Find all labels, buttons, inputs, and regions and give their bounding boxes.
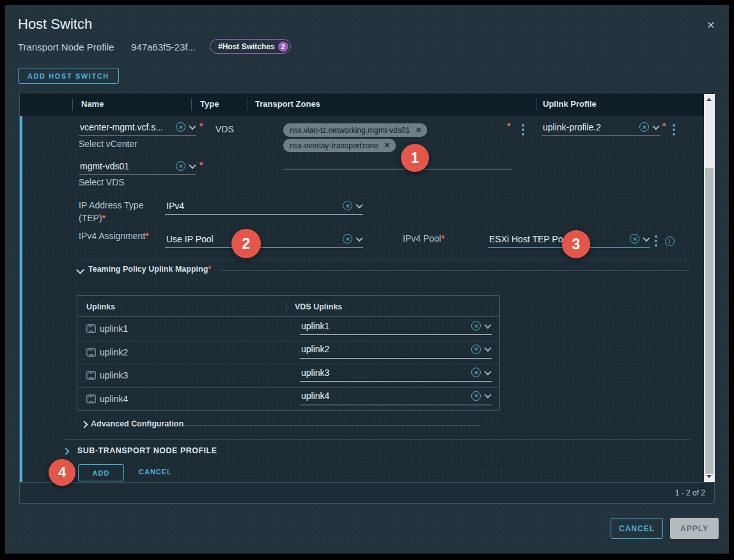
cancel-button[interactable]: CANCEL (611, 518, 663, 539)
add-button[interactable]: ADD (78, 464, 124, 481)
uplink-mapping-row: uplink4 uplink4 (77, 387, 499, 410)
required-asterisk: * (507, 121, 510, 131)
remove-tag-icon[interactable] (416, 126, 421, 134)
required-asterisk: * (662, 121, 666, 131)
port-icon (86, 324, 96, 336)
vds-uplink-select[interactable]: uplink2 (300, 343, 492, 359)
chevron-down-icon[interactable] (484, 321, 491, 328)
uplink-mapping-row: uplink3 uplink3 (77, 364, 499, 387)
kebab-menu-icon[interactable] (655, 235, 657, 247)
port-icon (86, 394, 96, 406)
vds-uplink-select[interactable]: uplink4 (300, 390, 492, 405)
column-header-name: Name (81, 99, 104, 109)
pagination-bar: 1 - 2 of 2 (20, 482, 714, 503)
vcenter-select-value: vcenter-mgmt.vcf.s... (80, 122, 171, 132)
vds-uplink-value: uplink1 (301, 321, 467, 331)
title-rule (221, 270, 689, 271)
kebab-menu-icon[interactable] (673, 124, 675, 136)
tag-label: nsx-overlay-transportzone (290, 141, 379, 150)
dialog-title: Host Switch (18, 16, 92, 33)
title-rule (184, 425, 481, 426)
cancel-link[interactable]: CANCEL (139, 468, 172, 476)
ipv4-assignment-label: IPv4 Assignment* (79, 231, 149, 241)
vds-uplink-value: uplink3 (301, 368, 467, 378)
pill-label: #Host Switches (218, 42, 275, 51)
info-icon[interactable] (665, 237, 675, 246)
clear-icon[interactable] (343, 234, 352, 244)
scrollbar[interactable] (704, 94, 715, 482)
chevron-down-icon[interactable] (189, 122, 196, 129)
type-value: VDS (215, 124, 234, 134)
add-host-switch-button[interactable]: ADD HOST SWITCH (18, 68, 119, 84)
required-asterisk: * (199, 160, 203, 170)
callout-1: 1 (401, 144, 429, 172)
clear-icon[interactable] (471, 345, 481, 354)
vds-helper: Select VDS (79, 177, 125, 187)
uplink-mapping-row: uplink1 uplink1 (77, 317, 499, 340)
vds-uplink-value: uplink2 (301, 344, 467, 354)
section-divider (64, 439, 691, 440)
scroll-down-arrow[interactable] (704, 472, 715, 482)
ipv4-assignment-select[interactable]: Use IP Pool (165, 233, 363, 248)
scrollbar-thumb[interactable] (705, 168, 714, 474)
chevron-down-icon[interactable] (189, 161, 196, 168)
uplink-name: uplink4 (100, 394, 128, 404)
apply-button[interactable]: APPLY (670, 518, 719, 539)
transport-zone-tag: nsx-overlay-transportzone (283, 139, 396, 152)
vds-uplink-select[interactable]: uplink3 (300, 366, 492, 382)
chevron-down-icon[interactable] (355, 234, 363, 241)
scroll-up-arrow[interactable] (704, 94, 715, 104)
ipv4-pool-label: IPv4 Pool* (403, 233, 444, 244)
profile-id: 947a63f5-23f... (131, 42, 196, 52)
clear-icon[interactable] (471, 321, 481, 331)
pill-count-badge: 2 (278, 42, 288, 52)
clear-icon[interactable] (471, 368, 481, 377)
ip-address-type-label: IP Address Type (79, 200, 143, 210)
sub-transport-node-profile-title[interactable]: SUB-TRANSPORT NODE PROFILE (77, 446, 217, 455)
chevron-down-icon[interactable] (355, 201, 363, 208)
callout-2: 2 (231, 229, 261, 258)
vcenter-helper: Select vCenter (79, 139, 137, 149)
pagination-text: 1 - 2 of 2 (675, 488, 705, 497)
ip-address-type-select[interactable]: IPv4 (165, 199, 363, 215)
clear-icon[interactable] (639, 122, 649, 132)
kebab-menu-icon[interactable] (522, 124, 524, 136)
column-header-transport-zones: Transport Zones (255, 99, 320, 109)
table-header: Name Type Transport Zones Uplink Profile (20, 93, 714, 116)
advanced-config-title[interactable]: Advanced Configuration (91, 419, 184, 428)
vds-select-value: mgmt-vds01 (80, 161, 171, 171)
callout-4: 4 (49, 459, 75, 486)
chevron-down-icon[interactable] (652, 122, 659, 129)
clear-icon[interactable] (630, 234, 639, 244)
vds-uplink-select[interactable]: uplink1 (300, 320, 492, 335)
transport-zone-tag: nsx.vlan-tz.networking.mgmt-vds01 (283, 123, 427, 137)
clear-icon[interactable] (176, 161, 185, 171)
uplink-name: uplink1 (100, 323, 128, 334)
column-header-type: Type (200, 99, 219, 109)
port-icon (86, 371, 96, 382)
close-icon[interactable]: ✕ (707, 19, 715, 31)
required-asterisk: * (199, 121, 203, 131)
uplink-table-header: Uplinks VDS Uplinks (77, 296, 499, 317)
column-separator (536, 98, 536, 111)
port-icon (86, 348, 96, 359)
ip-address-type-label2: (TEP)* (79, 213, 105, 223)
vds-select[interactable]: mgmt-vds01 (79, 160, 196, 175)
column-header-uplinks: Uplinks (86, 302, 115, 311)
uplink-name: uplink2 (100, 347, 128, 357)
chevron-down-icon[interactable] (484, 345, 491, 352)
uplink-mapping-table: Uplinks VDS Uplinks uplink1 uplink1 (77, 295, 500, 411)
teaming-section-title[interactable]: Teaming Policy Uplink Mapping* (88, 265, 211, 274)
uplink-profile-select[interactable]: uplink-profile.2 (542, 121, 660, 136)
ip-address-type-value: IPv4 (166, 201, 338, 211)
transport-zones-underline (283, 153, 511, 169)
remove-tag-icon[interactable] (384, 141, 390, 150)
chevron-down-icon[interactable] (643, 234, 650, 241)
clear-icon[interactable] (471, 391, 481, 401)
chevron-down-icon[interactable] (484, 391, 491, 398)
vcenter-select[interactable]: vcenter-mgmt.vcf.s... (79, 121, 196, 136)
chevron-down-icon[interactable] (484, 368, 491, 375)
column-separator (191, 98, 192, 111)
clear-icon[interactable] (176, 122, 185, 132)
clear-icon[interactable] (343, 201, 352, 210)
